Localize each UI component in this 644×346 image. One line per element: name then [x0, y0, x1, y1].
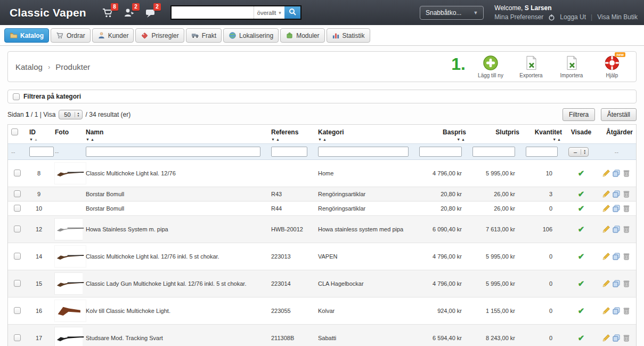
column-header-base[interactable]: Baspris▼▲ [416, 125, 469, 144]
search-button[interactable] [284, 6, 300, 19]
row-checkbox[interactable] [14, 226, 21, 232]
duplicate-icon[interactable] [612, 204, 621, 213]
edit-icon[interactable] [602, 307, 610, 315]
edit-icon[interactable] [602, 204, 610, 213]
quantity-cell: 0 [523, 270, 565, 297]
enabled-check-icon[interactable]: ✔ [578, 279, 585, 288]
filter-input-category[interactable] [318, 147, 409, 157]
edit-icon[interactable] [602, 334, 610, 342]
filter-input-ref[interactable] [271, 147, 307, 157]
delete-icon[interactable] [622, 169, 631, 178]
enabled-check-icon[interactable]: ✔ [578, 333, 585, 342]
filter-input-name[interactable] [86, 147, 260, 157]
filter-button[interactable]: Filtrera [563, 108, 595, 121]
column-header-actions: Åtgärder [597, 125, 636, 144]
duplicate-icon[interactable] [612, 169, 621, 178]
edit-icon[interactable] [602, 190, 610, 198]
delete-icon[interactable] [622, 279, 631, 288]
filter-input-id[interactable] [29, 147, 54, 157]
enabled-check-icon[interactable]: ✔ [578, 168, 585, 178]
sort-arrows[interactable]: ▼▲ [526, 138, 562, 141]
select-all-checkbox[interactable] [11, 128, 18, 135]
search-scope-select[interactable]: överallt ▾ [254, 6, 284, 19]
duplicate-icon[interactable] [612, 190, 621, 198]
row-checkbox[interactable] [14, 170, 21, 176]
tab-moduler[interactable]: Moduler [280, 28, 324, 43]
messages-notifications-button[interactable]: 2 [144, 6, 157, 19]
exportera-button[interactable]: Exportera [515, 55, 548, 78]
column-header-ref[interactable]: Referens▼▲ [268, 125, 315, 144]
sort-arrows[interactable]: ▼▲ [271, 138, 312, 141]
duplicate-icon[interactable] [612, 252, 621, 261]
filter-input-final[interactable] [472, 147, 515, 157]
sort-arrows[interactable]: ▼▲ [29, 138, 48, 141]
filter-cell-name [83, 144, 268, 160]
duplicate-icon[interactable] [612, 279, 621, 288]
row-checkbox[interactable] [14, 190, 21, 197]
tab-lokalisering[interactable]: Lokalisering [223, 28, 279, 43]
row-checkbox[interactable] [14, 334, 21, 341]
tab-katalog[interactable]: Katalog [4, 28, 49, 43]
tab-statistik[interactable]: Statistik [327, 28, 370, 43]
quick-access-dropdown[interactable]: Snabbåtko... ▼ [420, 6, 484, 20]
shown-cell: ✔ [565, 270, 597, 297]
column-header-qty[interactable]: Kvantitet▼▲ [523, 125, 565, 144]
sort-arrows[interactable]: ▼▲ [86, 138, 265, 141]
customers-badge: 2 [132, 3, 140, 11]
cart-notifications-button[interactable]: 8 [101, 6, 114, 19]
category-filter-checkbox[interactable] [13, 93, 20, 100]
reset-button[interactable]: Återställ [601, 108, 637, 121]
column-header-name[interactable]: Namn▼▲ [83, 125, 268, 144]
delete-icon[interactable] [622, 252, 631, 261]
tab-prisregler[interactable]: Prisregler [135, 28, 184, 43]
logout-link[interactable]: Logga Ut [560, 14, 586, 20]
enabled-check-icon[interactable]: ✔ [578, 224, 585, 234]
breadcrumb-separator: › [48, 63, 50, 71]
actions-cell [597, 297, 636, 325]
delete-icon[interactable] [622, 225, 631, 234]
enabled-check-icon[interactable]: ✔ [578, 204, 585, 213]
enabled-check-icon[interactable]: ✔ [578, 189, 585, 198]
delete-icon[interactable] [622, 334, 631, 342]
column-header-id[interactable]: ID▼▲ [26, 125, 52, 144]
chat-icon [144, 13, 157, 21]
view-shop-link[interactable]: Visa Min Butik [597, 14, 638, 20]
column-header-category[interactable]: Kategori▼▲ [315, 125, 416, 144]
customers-notifications-button[interactable]: 2 [123, 6, 135, 19]
importera-button[interactable]: Importera [555, 55, 588, 78]
delete-icon[interactable] [622, 190, 631, 198]
tab-ordrar[interactable]: Ordrar [51, 28, 91, 43]
row-checkbox[interactable] [14, 307, 21, 314]
tab-frakt[interactable]: Frakt [186, 28, 222, 43]
page-toolbar: 1. Lägg till nyExporteraImporteranewHjäl… [451, 55, 629, 78]
filter-input-base[interactable] [419, 147, 462, 157]
delete-icon[interactable] [622, 204, 631, 213]
edit-icon[interactable] [602, 252, 610, 261]
row-checkbox[interactable] [14, 253, 21, 260]
duplicate-icon[interactable] [612, 307, 621, 315]
row-check-cell [8, 202, 26, 216]
table-row: 15Classic Lady Gun Multichoke Light kal.… [8, 270, 636, 297]
enabled-check-icon[interactable]: ✔ [578, 252, 585, 261]
row-checkbox[interactable] [14, 205, 21, 212]
hj-lp-button[interactable]: newHjälp [596, 55, 629, 78]
duplicate-icon[interactable] [612, 225, 621, 234]
enabled-check-icon[interactable]: ✔ [578, 306, 585, 315]
filter-input-qty[interactable] [526, 147, 558, 157]
duplicate-icon[interactable] [612, 334, 621, 342]
tab-kunder[interactable]: Kunder [92, 28, 134, 43]
breadcrumb-parent[interactable]: Katalog [15, 62, 43, 71]
edit-icon[interactable] [602, 225, 610, 234]
edit-icon[interactable] [602, 169, 610, 178]
delete-icon[interactable] [622, 307, 631, 315]
filter-select-shown[interactable]: –▲▼ [568, 147, 589, 157]
edit-icon[interactable] [602, 279, 610, 288]
row-checkbox[interactable] [14, 280, 21, 287]
l-gg-till-ny-button[interactable]: Lägg till ny [474, 55, 507, 78]
sort-arrows[interactable]: ▼▲ [419, 138, 466, 141]
cart-icon [56, 31, 64, 39]
page-size-select[interactable]: 50 ▲▼ [59, 110, 82, 119]
preferences-link[interactable]: Mina Preferenser [494, 14, 543, 20]
search-input[interactable] [172, 6, 254, 19]
sort-arrows[interactable]: ▼▲ [318, 138, 413, 141]
